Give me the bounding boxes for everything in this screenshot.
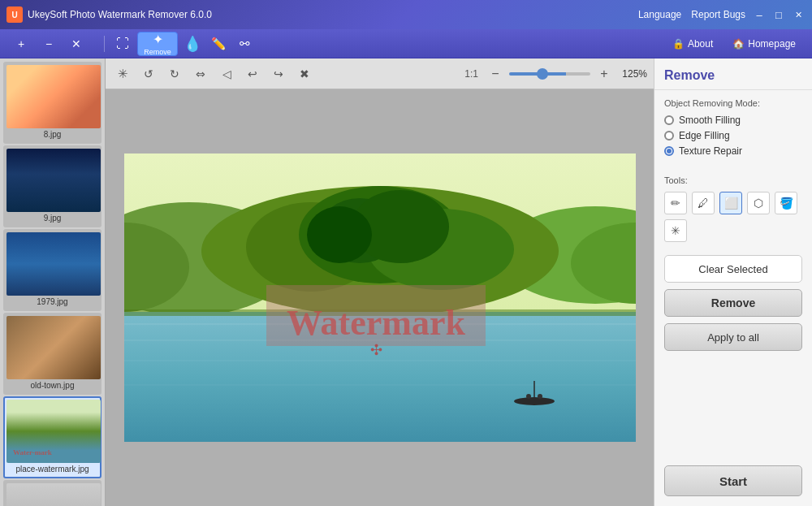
undo-icon: ↩ — [248, 67, 257, 80]
rect-select-tool-button[interactable]: ⬜ — [719, 192, 742, 214]
crop-tool-button[interactable]: ⛶ — [111, 32, 134, 55]
homepage-button[interactable]: 🏠 Homepage — [726, 35, 802, 53]
stamp-tool-button[interactable]: ✳ — [664, 219, 687, 242]
main-area: 8.jpg 9.jpg 1979.jpg old-town.jpg Water-… — [0, 58, 812, 506]
home-icon: 🏠 — [732, 38, 745, 50]
plus-icon: + — [18, 37, 24, 50]
clear-canvas-button[interactable]: ✖ — [294, 63, 315, 84]
clear-selected-button[interactable]: Clear Selected — [664, 255, 802, 283]
pencil-tool-button[interactable]: ✏ — [664, 192, 687, 214]
thumbnail — [6, 232, 101, 296]
brush-tool-button[interactable]: 🖊 — [692, 192, 715, 214]
zoom-out-icon: − — [491, 67, 499, 81]
toolbar-right-section: 🔒 About 🏠 Homepage — [666, 35, 802, 53]
undo-button[interactable]: ↩ — [242, 63, 263, 84]
drop-icon: 💧 — [184, 35, 201, 53]
main-image: Watermark ✣ — [124, 154, 636, 442]
image-filename: place-watermark.jpg — [6, 463, 98, 475]
lock-icon: 🔒 — [672, 38, 685, 50]
rotate-left-icon: ↺ — [144, 67, 153, 80]
list-item[interactable]: 9.jpg — [3, 145, 102, 227]
remove-file-button[interactable]: − — [37, 32, 60, 55]
object-removing-mode-label: Object Removing Mode: — [664, 98, 802, 108]
zoom-out-button[interactable]: − — [486, 65, 504, 83]
window-controls: – □ ✕ — [752, 7, 806, 22]
brush-icon: ✏️ — [211, 37, 227, 51]
remove-tab-button[interactable]: ✦ Remove — [137, 32, 178, 56]
edge-filling-radio[interactable] — [664, 131, 674, 141]
minimize-button[interactable]: – — [752, 7, 767, 22]
texture-repair-option[interactable]: Texture Repair — [664, 145, 802, 157]
flip-vertical-button[interactable]: ◁ — [216, 63, 237, 84]
zoom-1-1-label: 1:1 — [464, 68, 478, 80]
about-button[interactable]: 🔒 About — [666, 35, 719, 53]
zoom-slider[interactable] — [509, 72, 590, 76]
zoom-in-button[interactable]: + — [595, 65, 613, 83]
remove-button[interactable]: Remove — [664, 289, 802, 317]
title-bar-right: Language Report Bugs — [638, 9, 745, 20]
list-item[interactable]: old-town.jpg — [3, 313, 102, 395]
close-file-button[interactable]: ✕ — [65, 32, 88, 55]
add-file-button[interactable]: + — [10, 32, 32, 55]
tools-section: Tools: ✏ 🖊 ⬜ ⬡ 🪣 ✳ — [654, 169, 812, 249]
brush-icon: 🖊 — [698, 197, 709, 210]
lasso-icon: ⚯ — [240, 37, 250, 51]
apply-to-all-button[interactable]: Apply to all — [664, 323, 802, 351]
brush-tool-button[interactable]: ✏️ — [207, 32, 230, 55]
crop-icon: ⛶ — [116, 37, 129, 51]
thumbnail — [6, 483, 101, 506]
flip-horizontal-button[interactable]: ⇔ — [190, 63, 211, 84]
list-item[interactable]: Water-mark place-watermark.jpg — [3, 396, 102, 478]
zoom-level-label: 125% — [618, 68, 647, 80]
start-button[interactable]: Start — [664, 465, 802, 496]
smooth-filling-label: Smooth Filling — [679, 115, 741, 126]
drop-tool-button[interactable]: 💧 — [181, 32, 204, 55]
list-item[interactable]: 8.jpg — [3, 62, 102, 144]
svg-point-20 — [526, 394, 531, 399]
thumbnail — [6, 65, 101, 128]
list-item[interactable]: 1979.jpg — [3, 229, 102, 311]
thumbnail — [6, 316, 101, 379]
fill-icon: 🪣 — [780, 197, 793, 210]
report-bugs-link[interactable]: Report Bugs — [691, 9, 745, 20]
remove-tab-label: Remove — [144, 48, 171, 56]
about-label: About — [688, 38, 713, 50]
close-icon: ✕ — [71, 37, 81, 50]
image-filename: 1979.jpg — [6, 296, 98, 308]
rotate-left-button[interactable]: ↺ — [138, 63, 159, 84]
select-icon: ✳ — [118, 67, 128, 81]
lasso-tool-button[interactable]: ⚯ — [233, 32, 256, 55]
close-button[interactable]: ✕ — [791, 7, 806, 22]
smooth-filling-option[interactable]: Smooth Filling — [664, 115, 802, 126]
polygon-select-tool-button[interactable]: ⬡ — [747, 192, 770, 214]
canvas-toolbar: ✳ ↺ ↻ ⇔ ◁ ↩ ↪ ✖ 1:1 — [106, 58, 654, 89]
texture-repair-radio[interactable] — [664, 146, 674, 156]
select-tool-button[interactable]: ✳ — [112, 63, 133, 84]
tools-label: Tools: — [664, 175, 802, 185]
rotate-right-icon: ↻ — [170, 67, 179, 80]
edge-filling-option[interactable]: Edge Filling — [664, 130, 802, 141]
svg-point-18 — [514, 397, 555, 405]
svg-point-11 — [307, 206, 372, 263]
svg-point-21 — [538, 394, 542, 399]
zoom-in-icon: + — [600, 67, 607, 81]
image-filename: 8.jpg — [6, 128, 98, 141]
title-bar: U UkeySoft Photo Watermark Remover 6.0.0… — [0, 0, 812, 29]
flip-v-icon: ◁ — [222, 67, 231, 80]
clear-icon: ✖ — [300, 67, 309, 80]
canvas-area: ✳ ↺ ↻ ⇔ ◁ ↩ ↪ ✖ 1:1 — [106, 58, 654, 506]
language-link[interactable]: Language — [638, 9, 681, 20]
fill-tool-button[interactable]: 🪣 — [775, 192, 797, 214]
main-toolbar: + − ✕ ⛶ ✦ Remove 💧 ✏️ ⚯ 🔒 About 🏠 Homepa… — [0, 29, 812, 58]
tools-row: ✏ 🖊 ⬜ ⬡ 🪣 ✳ — [664, 192, 802, 242]
image-filename: old-town.jpg — [6, 379, 98, 391]
smooth-filling-radio[interactable] — [664, 115, 674, 125]
panel-action-buttons: Clear Selected Remove Apply to all — [654, 249, 812, 357]
image-viewport[interactable]: Watermark ✣ — [106, 89, 654, 506]
rotate-right-button[interactable]: ↻ — [164, 63, 185, 84]
texture-repair-label: Texture Repair — [679, 145, 742, 157]
maximize-button[interactable]: □ — [771, 7, 786, 22]
app-logo: U — [6, 6, 23, 23]
redo-button[interactable]: ↪ — [268, 63, 289, 84]
list-item[interactable] — [3, 480, 102, 506]
